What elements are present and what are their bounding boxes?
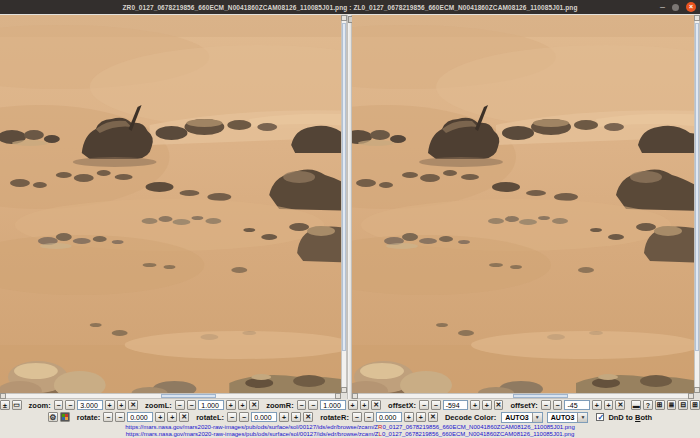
mars-image-left-eye — [352, 15, 694, 393]
mars-image-right-eye — [0, 15, 341, 393]
rotateR-label: rotateR: — [320, 413, 349, 422]
zoom-increment-large-button[interactable]: + — [117, 400, 127, 410]
rotateR-decrement-button[interactable]: − — [364, 412, 374, 422]
zoomL-reset-button[interactable]: ✕ — [249, 400, 259, 410]
left-image-pane[interactable] — [0, 15, 341, 393]
offsetY-value-field[interactable]: -45 — [564, 400, 589, 410]
rotateL-increment-button[interactable]: + — [279, 412, 289, 422]
rotate-reset-button[interactable]: ✕ — [179, 412, 189, 422]
rotateL-label: rotateL: — [196, 413, 224, 422]
scroll-up-arrow[interactable] — [694, 15, 700, 21]
color-palette-button[interactable] — [60, 412, 70, 422]
control-panel: ± ▭ zoom: − − 3.000 + + ✕ zoomL: − − 1.0… — [0, 399, 700, 438]
left-eye-image-link[interactable]: https://mars.nasa.gov/mars2020-raw-image… — [0, 431, 700, 438]
window-title: ZR0_0127_0678219856_660ECM_N0041860ZCAM0… — [123, 4, 578, 11]
offsetY-label: offsetY: — [510, 401, 537, 410]
tile-view-button[interactable]: ⊞ — [690, 400, 700, 410]
zoomR-increment-button[interactable]: + — [348, 400, 358, 410]
rotateR-decrement-large-button[interactable]: − — [352, 412, 362, 422]
zoomR-value-field[interactable]: 1.000 — [320, 400, 345, 410]
rotateR-reset-button[interactable]: ✕ — [428, 412, 438, 422]
close-button[interactable]: × — [686, 2, 696, 12]
rotate-decode-row: ⚙ rotate: − − 0.000 + + ✕ rotateL: − − 0… — [0, 411, 700, 423]
rotateL-decrement-large-button[interactable]: − — [227, 412, 237, 422]
stack-view-button[interactable]: ⊟ — [678, 400, 688, 410]
zoom-label: zoom: — [29, 401, 51, 410]
scroll-down-arrow[interactable] — [694, 387, 700, 393]
offsetX-reset-button[interactable]: ✕ — [494, 400, 504, 410]
offsetX-decrement-button[interactable]: − — [431, 400, 441, 410]
stereo-viewer-window: ZR0_0127_0678219856_660ECM_N0041860ZCAM0… — [0, 0, 700, 438]
decode-color-left-value: AUTO3 — [502, 413, 532, 422]
right-image-pane[interactable] — [352, 15, 694, 393]
gear-icon: ⚙ — [49, 413, 56, 422]
rotateR-increment-button[interactable]: + — [404, 412, 414, 422]
dnd-to-both-checkbox[interactable]: ✓ — [596, 413, 604, 421]
offsetX-value-field[interactable]: -594 — [443, 400, 468, 410]
zoomR-increment-large-button[interactable]: + — [360, 400, 370, 410]
rotateL-value-field[interactable]: 0.000 — [251, 412, 277, 422]
window-controls: – × — [660, 0, 696, 14]
vertical-scroll-thumb[interactable] — [695, 23, 699, 351]
help-button[interactable]: ? — [643, 400, 653, 410]
zoom-decrement-button[interactable]: − — [65, 400, 75, 410]
zoomL-label: zoomL: — [145, 401, 172, 410]
zoomR-label: zoomR: — [266, 401, 294, 410]
rotateR-increment-large-button[interactable]: + — [416, 412, 426, 422]
vertical-scroll-thumb[interactable] — [342, 23, 346, 351]
zoom-decrement-large-button[interactable]: − — [54, 400, 64, 410]
offsetX-label: offsetX: — [388, 401, 416, 410]
rotateL-reset-button[interactable]: ✕ — [303, 412, 313, 422]
chevron-down-icon[interactable]: ▼ — [577, 413, 587, 422]
dnd-to-both-label: DnD to Both — [608, 413, 652, 422]
zoomL-value-field[interactable]: 1.000 — [198, 400, 223, 410]
offsetY-decrement-button[interactable]: − — [553, 400, 563, 410]
zoom-increment-button[interactable]: + — [105, 400, 115, 410]
decode-color-left-select[interactable]: AUTO3 ▼ — [501, 412, 543, 423]
rotateR-value-field[interactable]: 0.000 — [376, 412, 402, 422]
settings-gear-button[interactable]: ⚙ — [48, 412, 58, 422]
chevron-down-icon[interactable]: ▼ — [532, 413, 542, 422]
right-pane-vertical-scrollbar[interactable] — [694, 15, 700, 393]
decode-color-label: Decode Color: — [445, 413, 496, 422]
maximize-button[interactable] — [672, 4, 679, 11]
palette-icon — [61, 413, 69, 421]
rotateL-increment-large-button[interactable]: + — [291, 412, 301, 422]
zoomR-decrement-large-button[interactable]: − — [297, 400, 307, 410]
offsetX-increment-button[interactable]: + — [470, 400, 480, 410]
actual-size-button[interactable]: ▭ — [12, 400, 22, 410]
zoomL-decrement-large-button[interactable]: − — [175, 400, 185, 410]
horizontal-scroll-thumb[interactable] — [161, 394, 216, 398]
offsetX-decrement-large-button[interactable]: − — [419, 400, 429, 410]
decode-color-right-select[interactable]: AUTO3 ▼ — [547, 412, 589, 423]
titlebar[interactable]: ZR0_0127_0678219856_660ECM_N0041860ZCAM0… — [0, 0, 700, 14]
offsetX-increment-large-button[interactable]: + — [482, 400, 492, 410]
source-links: https://mars.nasa.gov/mars2020-raw-image… — [0, 424, 700, 437]
display-mode-button[interactable]: ▬ — [631, 400, 641, 410]
fit-button[interactable]: ± — [0, 400, 10, 410]
offsetY-decrement-large-button[interactable]: − — [541, 400, 551, 410]
list-view-button[interactable]: ≣ — [667, 400, 677, 410]
split-viewer — [0, 14, 700, 399]
rotate-value-field[interactable]: 0.000 — [127, 412, 153, 422]
offsetY-reset-button[interactable]: ✕ — [615, 400, 625, 410]
zoomR-decrement-button[interactable]: − — [308, 400, 318, 410]
zoomL-increment-large-button[interactable]: + — [238, 400, 248, 410]
rotate-increment-large-button[interactable]: + — [167, 412, 177, 422]
horizontal-scroll-thumb[interactable] — [513, 394, 568, 398]
offsetY-increment-button[interactable]: + — [592, 400, 602, 410]
zoomR-reset-button[interactable]: ✕ — [371, 400, 381, 410]
rotateL-decrement-button[interactable]: − — [239, 412, 249, 422]
minimize-button[interactable]: – — [660, 4, 665, 10]
zoom-value-field[interactable]: 3.000 — [77, 400, 102, 410]
zoom-offset-row: ± ▭ zoom: − − 3.000 + + ✕ zoomL: − − 1.0… — [0, 399, 700, 411]
offsetY-increment-large-button[interactable]: + — [604, 400, 614, 410]
zoom-reset-button[interactable]: ✕ — [128, 400, 138, 410]
zoomL-decrement-button[interactable]: − — [187, 400, 197, 410]
rotate-increment-button[interactable]: + — [155, 412, 165, 422]
grid-view-button[interactable]: ⊞ — [655, 400, 665, 410]
decode-color-right-value: AUTO3 — [548, 413, 578, 422]
zoomL-increment-button[interactable]: + — [226, 400, 236, 410]
rotate-decrement-button[interactable]: − — [115, 412, 125, 422]
rotate-decrement-large-button[interactable]: − — [103, 412, 113, 422]
